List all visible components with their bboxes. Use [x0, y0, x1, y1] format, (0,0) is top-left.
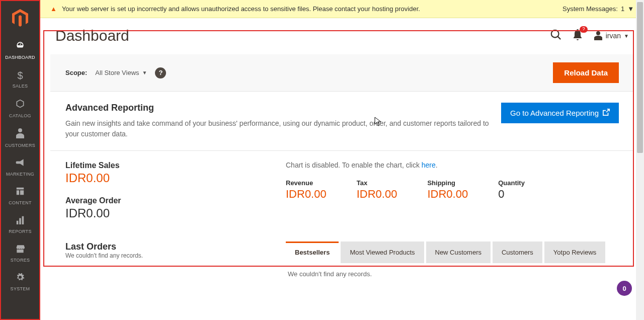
scrollbar[interactable] — [636, 0, 644, 320]
scope-select[interactable]: All Store Views ▼ — [95, 69, 147, 76]
metric: RevenueIDR0.00 — [286, 179, 327, 201]
nav-label: MARKETING — [6, 172, 34, 177]
search-button[interactable] — [550, 29, 561, 42]
admin-sidebar: DASHBOARD $ SALES CATALOG CUSTOMERS MARK… — [0, 0, 40, 320]
nav-label: REPORTS — [9, 229, 31, 234]
metric-value: 0 — [498, 188, 525, 201]
help-icon[interactable]: ? — [155, 67, 166, 78]
bottom-section: Last Orders We couldn't find any records… — [50, 242, 634, 285]
tab-bestsellers[interactable]: Bestsellers — [286, 242, 339, 263]
advanced-reporting-section: Advanced Reporting Gain new insights and… — [50, 92, 634, 151]
lifetime-sales-label: Lifetime Sales — [65, 161, 276, 170]
floating-count-badge[interactable]: 0 — [617, 281, 632, 296]
enable-chart-link[interactable]: here — [422, 161, 436, 169]
metric-label: Revenue — [286, 179, 327, 187]
nav-reports[interactable]: REPORTS — [0, 210, 40, 239]
adv-button-label: Go to Advanced Reporting — [510, 109, 599, 117]
nav-label: SYSTEM — [11, 286, 30, 291]
tab-most-viewed-products[interactable]: Most Viewed Products — [341, 242, 424, 263]
last-orders-empty: We couldn't find any records. — [65, 252, 276, 259]
nav-label: CATALOG — [9, 113, 31, 118]
layout-icon — [16, 187, 25, 198]
chevron-down-icon: ▼ — [624, 33, 629, 39]
sysmsg-count: 1 — [621, 5, 624, 13]
average-order-value: IDR0.00 — [65, 206, 276, 220]
nav-catalog[interactable]: CATALOG — [0, 94, 40, 123]
advanced-reporting-title: Advanced Reporting — [65, 103, 498, 113]
page-title: Dashboard — [55, 27, 129, 44]
chevron-down-icon: ▼ — [627, 5, 634, 13]
tab-new-customers[interactable]: New Customers — [426, 242, 491, 263]
dollar-icon: $ — [17, 70, 23, 82]
metrics-row: RevenueIDR0.00TaxIDR0.00ShippingIDR0.00Q… — [286, 179, 619, 201]
nav-marketing[interactable]: MARKETING — [0, 153, 40, 182]
system-message-bar: ▲ Your web server is set up incorrectly … — [40, 0, 644, 18]
system-message-text: Your web server is set up incorrectly an… — [62, 5, 420, 13]
stats-section: Lifetime Sales IDR0.00 Average Order IDR… — [50, 151, 634, 242]
scope-label: Scope: — [65, 69, 87, 76]
system-messages-toggle[interactable]: System Messages: 1 ▼ — [562, 5, 634, 13]
page-header: Dashboard 2 irvan ▼ — [40, 18, 644, 54]
metric-value: IDR0.00 — [286, 188, 327, 201]
nav-stores[interactable]: STORES — [0, 239, 40, 268]
reload-data-button[interactable]: Reload Data — [553, 62, 619, 83]
scope-bar: Scope: All Store Views ▼ ? Reload Data — [50, 54, 634, 92]
nav-label: CONTENT — [9, 200, 32, 205]
user-menu[interactable]: irvan ▼ — [594, 31, 629, 40]
chart-disabled-message: Chart is disabled. To enable the chart, … — [286, 161, 619, 169]
scope-value: All Store Views — [95, 69, 139, 76]
last-orders-title: Last Orders — [65, 242, 276, 252]
advanced-reporting-desc: Gain new insights and take command of yo… — [65, 118, 498, 139]
store-icon — [15, 244, 25, 256]
cube-icon — [15, 99, 25, 111]
metric-label: Quantity — [498, 179, 525, 187]
nav-system[interactable]: SYSTEM — [0, 268, 40, 296]
lifetime-sales-value: IDR0.00 — [65, 171, 276, 185]
warning-icon: ▲ — [50, 5, 57, 13]
bar-chart-icon — [16, 215, 25, 227]
gear-icon — [16, 273, 25, 284]
tab-customers[interactable]: Customers — [493, 242, 542, 263]
nav-customers[interactable]: CUSTOMERS — [0, 123, 40, 153]
nav-dashboard[interactable]: DASHBOARD — [0, 35, 40, 65]
external-link-icon — [603, 109, 610, 117]
nav-label: DASHBOARD — [5, 55, 35, 60]
nav-sales[interactable]: $ SALES — [0, 65, 40, 94]
nav-content[interactable]: CONTENT — [0, 182, 40, 210]
tab-empty-message: We couldn't find any records. — [286, 263, 619, 285]
nav-label: SALES — [13, 84, 28, 89]
gauge-icon — [15, 40, 25, 53]
go-advanced-reporting-button[interactable]: Go to Advanced Reporting — [501, 103, 619, 123]
metric-value: IDR0.00 — [427, 188, 468, 201]
metric: ShippingIDR0.00 — [427, 179, 468, 201]
metric-value: IDR0.00 — [357, 188, 397, 201]
scroll-thumb[interactable] — [637, 2, 643, 153]
metric-label: Tax — [357, 179, 397, 187]
notification-badge: 2 — [580, 26, 588, 33]
person-icon — [16, 128, 24, 141]
sysmsg-label: System Messages: — [562, 5, 618, 13]
chevron-down-icon: ▼ — [142, 70, 147, 75]
user-name: irvan — [606, 32, 621, 40]
nav-label: CUSTOMERS — [5, 143, 35, 148]
metric: Quantity0 — [498, 179, 525, 201]
tab-yotpo-reviews[interactable]: Yotpo Reviews — [544, 242, 606, 263]
nav-label: STORES — [11, 258, 30, 263]
megaphone-icon — [15, 158, 25, 170]
notifications-button[interactable]: 2 — [573, 29, 583, 42]
main-content: ▲ Your web server is set up incorrectly … — [40, 0, 644, 320]
metric: TaxIDR0.00 — [357, 179, 397, 201]
average-order-label: Average Order — [65, 196, 276, 205]
magento-logo[interactable] — [0, 1, 40, 35]
metric-label: Shipping — [427, 179, 468, 187]
dashboard-tabs: BestsellersMost Viewed ProductsNew Custo… — [286, 242, 619, 263]
